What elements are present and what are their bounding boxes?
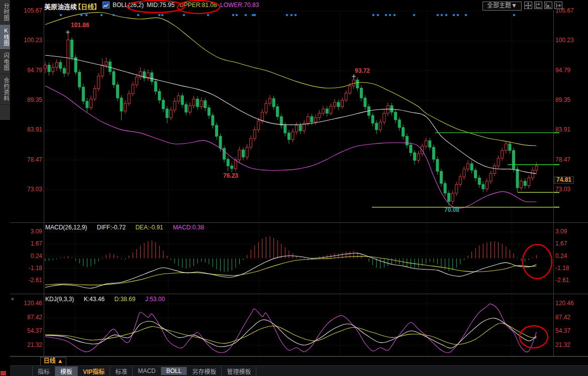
- kdj-tools-icon[interactable]: ✳: [11, 297, 15, 302]
- event-dots[interactable]: [60, 14, 516, 17]
- left-sidebar: 分时图 K线图 闪电图 合约资料: [0, 0, 10, 376]
- annotation-layer: [0, 0, 588, 376]
- price-annotation: 93.72: [355, 68, 370, 74]
- main-axis-tick-right: 89.35: [555, 97, 570, 103]
- boll-lower-line: [45, 86, 536, 208]
- corner-indicator: [1, 371, 6, 375]
- main-axis-tick-right: 100.23: [555, 37, 574, 44]
- kdj-k-line: [45, 318, 536, 348]
- boll-upper-line: [45, 13, 536, 146]
- sidebar-tab-kline-chart[interactable]: K线图: [0, 25, 10, 50]
- tab-boll[interactable]: BOLL: [161, 367, 187, 375]
- boll-lower-value: LOWER:70.83: [220, 2, 259, 9]
- macd-axis-tick-right: 1.67: [555, 240, 567, 247]
- boll-mid-line: [45, 55, 536, 174]
- main-axis-tick-right: 73.03: [555, 186, 570, 193]
- kdj-label-row: KDJ(9,3,3) K:43.46 D:38.69 J:53.00: [45, 296, 173, 303]
- kdj-axis-tick-right: 120.46: [555, 300, 574, 307]
- chart-type-icon[interactable]: [103, 2, 110, 9]
- trend-lines: [372, 133, 559, 207]
- price-annotation: 70.08: [444, 207, 459, 213]
- macd-axis-tick-right: -2.61: [555, 277, 569, 284]
- date-axis-row: [10, 356, 588, 365]
- sidebar-tab-contract-info[interactable]: 合约资料: [0, 74, 10, 105]
- tab-macd[interactable]: MACD: [133, 367, 161, 375]
- kdj-name: KDJ(9,3,3): [45, 296, 74, 303]
- theme-dropdown[interactable]: 全部主题▼: [482, 2, 522, 11]
- kdj-axis-tick-right: 87.42: [555, 314, 570, 321]
- boll-indicator-label: BOLL(26,2): [113, 2, 144, 9]
- kdj-d-line: [45, 323, 536, 344]
- pan-icon[interactable]: [524, 2, 532, 9]
- sidebar-tab-lightning-chart[interactable]: 闪电图: [0, 50, 10, 74]
- sidebar-tab-time-chart[interactable]: 分时图: [0, 0, 10, 25]
- kdj-d-value: D:38.69: [114, 296, 135, 303]
- kdj-j-line: [45, 304, 536, 353]
- cross-marker: [352, 74, 356, 78]
- current-price-badge: 74.81: [554, 176, 574, 184]
- price-annotation: 101.86: [71, 22, 89, 29]
- macd-diff-value: DIFF:-0.72: [97, 224, 126, 231]
- macd-axis-tick-right: 0.24: [555, 253, 567, 260]
- symbol-title: 美原油连续: [44, 2, 77, 11]
- macd-histogram: [45, 236, 536, 272]
- kdj-k-value: K:43.46: [84, 296, 105, 303]
- kdj-j-value: J:53.00: [145, 296, 165, 303]
- tab-standard[interactable]: 标准: [110, 366, 133, 376]
- candlestick-series: [44, 32, 538, 206]
- pane-borders: [10, 11, 588, 356]
- chart-canvas[interactable]: [0, 0, 588, 376]
- boll-upper-value: UPPER:81.08: [179, 2, 217, 9]
- kdj-axis-tick-right: 54.37: [555, 328, 570, 334]
- boll-mid-value: MID:75.95: [147, 2, 174, 9]
- tab-manage-template[interactable]: 管理模板: [222, 366, 256, 376]
- macd-dea-value: DEA:-0.91: [135, 224, 163, 231]
- red-annotation-ellipses: [127, 1, 552, 348]
- zoom-x-axis-icon[interactable]: [534, 2, 542, 9]
- bottom-toolbar: 指标 模板 VIP指标 标准 MACD BOLL 另存模板 管理模板: [10, 365, 588, 376]
- shift-chart-right-icon[interactable]: [554, 2, 562, 9]
- period-title: 【日线】: [74, 2, 101, 11]
- tab-save-template[interactable]: 另存模板: [187, 366, 222, 376]
- zoom-y-axis-icon[interactable]: [544, 2, 552, 9]
- main-axis-tick-right: 83.91: [555, 127, 570, 133]
- tab-template[interactable]: 模板: [55, 366, 78, 376]
- main-axis-tick-right: 94.79: [555, 67, 570, 74]
- macd-label-row: MACD(26,12,9) DIFF:-0.72 DEA:-0.91 MACD:…: [45, 224, 212, 231]
- macd-axis-tick-right: -1.18: [555, 265, 569, 272]
- price-annotation: 76.23: [223, 173, 238, 179]
- macd-diff-line: [45, 253, 536, 288]
- chart-text-layer: 105.67105.67100.23100.2394.7994.7989.358…: [0, 0, 588, 376]
- macd-dea-line: [45, 257, 536, 285]
- chart-header: 美原油连续 【日线】 BOLL(26,2) MID:75.95 UPPER:81…: [0, 0, 588, 11]
- cross-marker: [66, 30, 70, 34]
- gridlines: [44, 11, 553, 355]
- tab-vip-indicator[interactable]: VIP指标: [78, 366, 110, 376]
- kdj-axis-tick-right: 21.32: [555, 342, 570, 348]
- macd-name: MACD(26,12,9): [45, 224, 87, 231]
- macd-axis-tick-right: 3.09: [555, 228, 567, 235]
- period-selector[interactable]: 日线 ▲: [40, 357, 66, 366]
- macd-macd-value: MACD:0.38: [173, 224, 204, 231]
- main-axis-tick-right: 78.47: [555, 157, 570, 163]
- tab-indicator[interactable]: 指标: [32, 366, 55, 376]
- trading-app-window: 105.67105.67100.23100.2394.7994.7989.358…: [0, 0, 588, 376]
